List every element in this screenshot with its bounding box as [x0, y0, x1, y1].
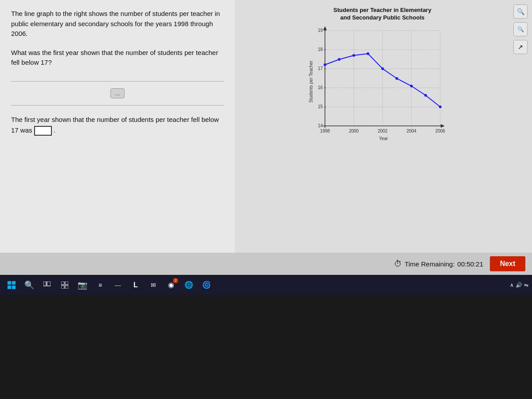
x-label-2006: 2006: [435, 129, 445, 133]
svg-rect-28: [12, 286, 16, 289]
windows-start-button[interactable]: [4, 277, 20, 293]
taskbar-network-icon[interactable]: ⇋: [524, 282, 528, 288]
data-point-2002: [381, 67, 384, 70]
svg-rect-25: [8, 281, 11, 285]
y-axis-label: Students per Teacher: [309, 60, 313, 103]
right-panel: 🔍 🔍 ↗ Students per Teacher in Elementary…: [235, 0, 532, 275]
folder-icon[interactable]: —: [110, 277, 126, 293]
edge-icon[interactable]: 🌀: [199, 277, 215, 293]
svg-rect-26: [12, 281, 16, 285]
search-taskbar-icon[interactable]: 🔍: [21, 277, 37, 293]
task-view-icon[interactable]: [39, 277, 55, 293]
chrome-icon[interactable]: 🌐: [181, 277, 197, 293]
y-label-17: 17: [317, 66, 323, 71]
time-label: Time Remaining:: [405, 260, 455, 268]
svg-rect-33: [61, 286, 64, 289]
y-label-18: 18: [317, 47, 323, 52]
x-label-2002: 2002: [377, 129, 387, 133]
svg-marker-24: [441, 124, 445, 128]
svg-rect-30: [47, 282, 51, 286]
x-label-2000: 2000: [348, 129, 359, 133]
svg-rect-27: [8, 286, 11, 289]
data-point-1999: [338, 58, 340, 61]
answer-area: ...: [11, 81, 224, 106]
y-label-14: 14: [317, 123, 323, 128]
svg-rect-29: [43, 282, 46, 286]
y-label-15: 15: [317, 104, 323, 109]
clock-icon: ⏱: [394, 259, 402, 269]
svg-rect-32: [65, 282, 68, 285]
data-point-2001: [367, 52, 369, 55]
taskbar: 🔍 📷 ≡ — L ✉ ◉ 2 🌐 🌀 ∧ 🔊 ⇋: [0, 275, 532, 295]
chart-title: Students per Teacher in Elementary and S…: [298, 7, 467, 22]
y-label-16: 16: [317, 85, 323, 90]
taskbar-speaker-icon[interactable]: 🔊: [516, 282, 522, 288]
svg-marker-22: [323, 26, 327, 30]
answer-text: The first year shown that the number of …: [11, 114, 224, 136]
chat-icon[interactable]: 📷: [74, 277, 90, 293]
chart-title-line1: Students per Teacher in Elementary: [333, 7, 431, 13]
chart-svg: Students per Teacher: [307, 24, 458, 148]
data-point-1998: [324, 63, 326, 66]
chart-wrapper: Students per Teacher: [307, 24, 458, 148]
data-point-2003: [395, 77, 398, 80]
data-point-2004: [410, 85, 413, 87]
bottom-bar: ⏱ Time Remaining: 00:50:21 Next: [0, 253, 532, 275]
question-context: The line graph to the right shows the nu…: [11, 9, 224, 39]
svg-rect-34: [65, 286, 68, 289]
chart-title-line2: and Secondary Public Schools: [340, 14, 425, 21]
next-button[interactable]: Next: [490, 256, 525, 271]
email-icon[interactable]: ✉: [145, 277, 161, 293]
svg-rect-31: [61, 282, 64, 285]
chart-tools: 🔍 🔍 ↗: [513, 4, 528, 54]
x-axis-label: Year: [379, 136, 388, 141]
x-label-2004: 2004: [406, 129, 416, 133]
taskbar-right: ∧ 🔊 ⇋: [510, 282, 528, 288]
app-l-icon[interactable]: L: [128, 277, 144, 293]
time-remaining: ⏱ Time Remaining: 00:50:21: [394, 259, 483, 269]
widgets-icon[interactable]: [57, 277, 73, 293]
zoom-out-button[interactable]: 🔍: [513, 22, 528, 36]
external-link-button[interactable]: ↗: [513, 40, 528, 54]
data-point-2000: [352, 54, 355, 57]
question-prompt: What was the first year shown that the n…: [11, 48, 224, 68]
taskbar-up-arrow[interactable]: ∧: [510, 282, 514, 288]
zoom-in-button[interactable]: 🔍: [513, 4, 528, 19]
badge-icon[interactable]: ◉ 2: [163, 277, 179, 293]
left-panel: The line graph to the right shows the nu…: [0, 0, 235, 275]
answer-input-box[interactable]: [34, 126, 52, 136]
time-value: 00:50:21: [458, 260, 483, 268]
chart-container: Students per Teacher in Elementary and S…: [298, 7, 467, 148]
main-content: The line graph to the right shows the nu…: [0, 0, 532, 275]
data-point-2005: [424, 94, 427, 97]
ellipsis-button[interactable]: ...: [110, 88, 125, 98]
data-point-2006: [439, 106, 442, 108]
x-label-1998: 1998: [320, 129, 330, 133]
files-icon[interactable]: ≡: [92, 277, 108, 293]
answer-suffix: .: [54, 126, 55, 134]
y-label-19: 19: [317, 28, 323, 33]
